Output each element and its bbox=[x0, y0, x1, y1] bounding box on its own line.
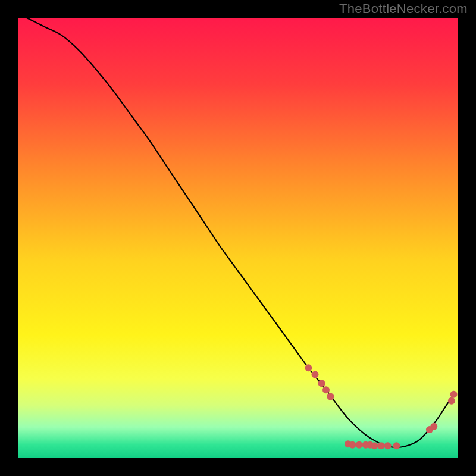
curve-marker bbox=[384, 442, 392, 449]
curve-marker bbox=[450, 391, 458, 398]
curve-marker bbox=[378, 442, 385, 449]
curve-marker bbox=[371, 442, 378, 449]
curve-marker bbox=[305, 364, 312, 371]
curve-marker bbox=[349, 441, 356, 449]
curve-marker bbox=[430, 423, 437, 430]
curve-marker bbox=[393, 442, 400, 449]
curve-marker bbox=[322, 386, 330, 393]
curve-marker bbox=[327, 393, 334, 400]
chart-stage: TheBottleNecker.com bbox=[0, 0, 476, 476]
chart-svg bbox=[18, 18, 458, 458]
watermark-text: TheBottleNecker.com bbox=[339, 1, 468, 17]
curve-marker bbox=[448, 397, 455, 405]
curve-marker bbox=[318, 380, 325, 387]
curve-marker bbox=[356, 441, 363, 449]
gradient-background bbox=[18, 18, 458, 458]
curve-marker bbox=[312, 371, 319, 378]
